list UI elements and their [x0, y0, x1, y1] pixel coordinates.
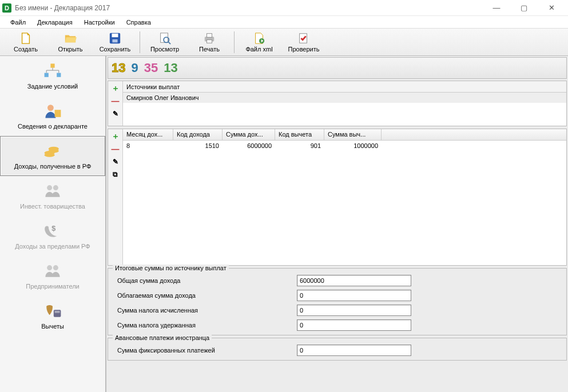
preview-button[interactable]: Просмотр	[142, 30, 187, 55]
entrepreneurs-icon	[42, 262, 63, 279]
create-label: Создать	[14, 46, 38, 53]
total-income-row: Общая сумма дохода	[114, 273, 561, 288]
totals-title: Итоговые суммы по источнику выплат	[113, 265, 229, 271]
toolbar: Создать Открыть Сохранить Просмотр Печат…	[0, 29, 568, 56]
source-delete-button[interactable]: —	[110, 96, 121, 106]
svg-rect-15	[55, 110, 61, 117]
tax-calculated-row: Сумма налога исчисленная	[114, 303, 561, 318]
svg-point-23	[47, 265, 52, 270]
svg-point-21	[53, 185, 58, 190]
window-controls: — ▢ ✕	[488, 2, 566, 14]
svg-rect-1	[112, 33, 118, 37]
save-button[interactable]: Сохранить	[93, 30, 137, 55]
rate-tab-9[interactable]: 9	[131, 61, 138, 75]
menu-settings[interactable]: Настройки	[80, 18, 120, 27]
svg-rect-2	[112, 39, 117, 42]
check-label: Проверить	[288, 46, 319, 53]
record-copy-button[interactable]: ⧉	[110, 169, 121, 179]
tax-withheld-input[interactable]	[297, 319, 411, 331]
total-income-label: Общая сумма дохода	[114, 277, 297, 284]
col-vcode[interactable]: Код вычета	[275, 129, 324, 140]
sidebar-item-income-abroad[interactable]: $ Доходы за пределами РФ	[0, 216, 105, 256]
sidebar-item-deductions[interactable]: Вычеты	[0, 296, 105, 336]
open-button[interactable]: Открыть	[48, 30, 93, 55]
income-rf-icon	[42, 142, 63, 159]
tax-rate-tabs: 13 9 35 13	[108, 57, 567, 79]
records-panel: ＋ — ✎ ⧉ Месяц дох... Код дохода Сумма до…	[108, 129, 567, 266]
minimize-button[interactable]: —	[488, 2, 505, 14]
cell-sum: 6000000	[223, 141, 275, 151]
svg-rect-7	[206, 33, 212, 37]
col-code[interactable]: Код дохода	[173, 129, 223, 140]
sources-header: Источники выплат	[123, 81, 566, 93]
source-row[interactable]: Смирнов Олег Иванович	[123, 93, 566, 103]
rate-tab-13-yellow[interactable]: 13	[112, 61, 125, 75]
col-sum[interactable]: Сумма дох...	[223, 129, 275, 140]
sources-panel: ＋ — ✎ Источники выплат Смирнов Олег Иван…	[108, 81, 567, 126]
sidebar-item-declarant[interactable]: Сведения о декларанте	[0, 96, 105, 136]
save-label: Сохранить	[100, 46, 131, 53]
col-month[interactable]: Месяц дох...	[123, 129, 173, 140]
cell-vcode: 901	[275, 141, 324, 151]
create-button[interactable]: Создать	[3, 30, 48, 55]
rate-tab-35[interactable]: 35	[144, 61, 158, 75]
check-button[interactable]: Проверить	[281, 30, 326, 55]
sidebar: Задание условий Сведения о декларанте До…	[0, 56, 106, 392]
cell-month: 8	[123, 141, 173, 151]
tax-withheld-label: Сумма налога удержанная	[114, 322, 297, 329]
record-add-button[interactable]: ＋	[110, 131, 121, 142]
main-area: 13 9 35 13 ＋ — ✎ Источники выплат Смирно…	[106, 56, 568, 392]
sidebar-item-income-rf[interactable]: Доходы, полученные в РФ	[0, 136, 105, 176]
cell-code: 1510	[173, 141, 223, 151]
income-rf-label: Доходы, полученные в РФ	[14, 163, 92, 170]
svg-point-20	[47, 185, 52, 190]
record-delete-button[interactable]: —	[110, 144, 121, 154]
totals-group: Итоговые суммы по источнику выплат Общая…	[108, 268, 567, 335]
entrepreneurs-label: Предприниматели	[26, 283, 79, 290]
fixed-payments-row: Сумма фиксированных платежей	[114, 343, 561, 358]
content: Задание условий Сведения о декларанте До…	[0, 56, 568, 392]
source-add-button[interactable]: ＋	[110, 83, 121, 94]
sidebar-item-invest[interactable]: Инвест. товарищества	[0, 176, 105, 216]
file-new-icon	[19, 32, 32, 45]
record-edit-button[interactable]: ✎	[110, 157, 121, 167]
maximize-button[interactable]: ▢	[515, 2, 533, 14]
svg-rect-13	[57, 73, 61, 77]
print-button[interactable]: Печать	[187, 30, 232, 55]
preview-label: Просмотр	[150, 46, 179, 53]
record-row[interactable]: 8 1510 6000000 901 1000000	[123, 141, 566, 151]
titlebar: D Без имени - Декларация 2017 — ▢ ✕	[0, 0, 568, 16]
menu-declaration[interactable]: Декларация	[33, 18, 77, 27]
abroad-icon: $	[42, 222, 63, 239]
menu-file[interactable]: Файл	[6, 18, 30, 27]
toolbar-separator	[234, 31, 235, 53]
declarant-icon	[42, 102, 63, 119]
window-title: Без имени - Декларация 2017	[15, 4, 488, 12]
save-icon	[109, 32, 121, 45]
menu-help[interactable]: Справка	[122, 18, 156, 27]
check-icon	[297, 32, 310, 45]
rate-tab-13-green[interactable]: 13	[164, 61, 177, 75]
print-label: Печать	[199, 46, 220, 53]
sources-buttons: ＋ — ✎	[108, 81, 123, 126]
col-vsum[interactable]: Сумма выч...	[324, 129, 382, 140]
sidebar-item-conditions[interactable]: Задание условий	[0, 56, 105, 96]
sidebar-item-entrepreneurs[interactable]: Предприниматели	[0, 256, 105, 296]
deductions-label: Вычеты	[41, 323, 64, 330]
toolbar-separator	[140, 31, 140, 53]
svg-point-24	[53, 265, 58, 270]
taxable-income-input[interactable]	[297, 290, 411, 301]
tax-calculated-input[interactable]	[297, 305, 411, 316]
source-edit-button[interactable]: ✎	[110, 109, 121, 119]
svg-rect-11	[50, 63, 54, 67]
tax-withheld-row: Сумма налога удержанная	[114, 318, 561, 333]
abroad-label: Доходы за пределами РФ	[15, 243, 90, 250]
sources-body: Источники выплат Смирнов Олег Иванович	[123, 81, 566, 126]
xml-label: Файл xml	[245, 46, 272, 53]
fixed-payments-input[interactable]	[297, 345, 411, 356]
total-income-input[interactable]	[297, 275, 411, 286]
svg-point-14	[47, 105, 54, 111]
xml-button[interactable]: Файл xml	[237, 30, 281, 55]
invest-icon	[42, 182, 63, 199]
close-button[interactable]: ✕	[543, 2, 560, 14]
